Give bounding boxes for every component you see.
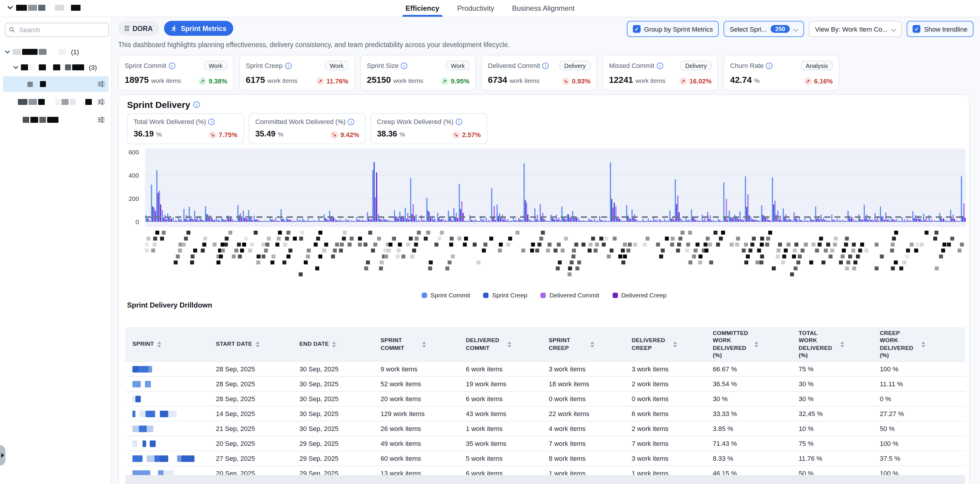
- chevron-down-icon[interactable]: [13, 65, 19, 70]
- info-icon[interactable]: i: [456, 118, 462, 125]
- cell-delivered-creep: 3 work items: [625, 365, 706, 373]
- redacted-block: [22, 49, 38, 55]
- group-by-sprint-metrics-checkbox[interactable]: ✓ Group by Sprint Metrics: [627, 21, 719, 37]
- kpi-card-row: Sprint CommitiWork18975work items↗9.38%S…: [118, 55, 839, 90]
- search-input[interactable]: [18, 25, 105, 34]
- redacted-block: [47, 117, 59, 123]
- sidebar-item[interactable]: (3): [0, 61, 111, 74]
- column-header-delivered-commit[interactable]: Delivered Commit: [459, 337, 542, 351]
- redacted-block: [61, 99, 68, 105]
- app-root: EfficiencyProductivityBusiness Alignment…: [0, 0, 980, 484]
- sidebar-item-count: (3): [89, 64, 97, 71]
- info-icon[interactable]: i: [542, 62, 549, 69]
- sidebar-item[interactable]: (1): [0, 45, 111, 59]
- sort-icon: [754, 341, 758, 347]
- org-selector[interactable]: [7, 5, 81, 11]
- redacted-block: [143, 440, 146, 447]
- filter-icon-wrap[interactable]: [97, 98, 105, 106]
- metric-delta: ↘2.57%: [452, 131, 481, 138]
- sprint-delivery-card: Sprint Delivery i Total Work Delivered (…: [118, 94, 970, 484]
- column-header-label: Start Date: [216, 341, 252, 348]
- column-header-sprint[interactable]: Sprint: [125, 341, 209, 348]
- sort-icon: [921, 341, 925, 347]
- select-sprints-dropdown[interactable]: Select Spri... 250: [724, 21, 804, 37]
- info-icon[interactable]: i: [169, 62, 175, 69]
- sprint-metrics-tab-button[interactable]: Sprint Metrics: [164, 21, 233, 36]
- sort-asc-arrow: [508, 341, 511, 344]
- info-icon[interactable]: i: [401, 62, 407, 69]
- cell-sprint-commit: 52 work items: [373, 380, 459, 387]
- sort-asc-arrow: [673, 341, 677, 344]
- redacted-block: [55, 5, 64, 11]
- cell-end: 30 Sep, 2025: [292, 380, 373, 387]
- legend-swatch: [483, 292, 488, 298]
- caret-right-icon: [1, 453, 4, 458]
- y-tick-label: 0: [121, 218, 139, 225]
- chevron-down-icon[interactable]: [5, 49, 10, 54]
- sort-desc-arrow: [158, 345, 161, 347]
- redacted-block: [70, 99, 76, 105]
- sprint-name-redaction: [132, 381, 209, 387]
- filter-icon-wrap[interactable]: [97, 116, 105, 124]
- info-icon[interactable]: i: [285, 62, 292, 69]
- column-header-total-work-delivered[interactable]: Total Work Delivered (%): [792, 330, 873, 359]
- table-row: 28 Sep, 202530 Sep, 20259 work items6 wo…: [125, 361, 965, 376]
- filter-sliders-icon[interactable]: [97, 98, 105, 106]
- metric-value: 38.36: [377, 129, 397, 138]
- metric-header: Creep Work Delivered (%)i: [377, 118, 481, 125]
- cell-sprint-creep: 7 work items: [542, 440, 625, 447]
- column-header-end-date[interactable]: End Date: [292, 341, 373, 348]
- cell-committed-pct: 8.33 %: [706, 455, 792, 462]
- redacted-block: [132, 381, 136, 387]
- info-icon[interactable]: i: [348, 118, 355, 125]
- sort-icon: [332, 341, 336, 347]
- redacted-block: [21, 64, 28, 70]
- column-header-sprint-creep[interactable]: Sprint Creep: [542, 337, 625, 351]
- column-header-start-date[interactable]: Start Date: [209, 341, 292, 348]
- sidebar-item[interactable]: [0, 95, 111, 108]
- show-trendline-checkbox[interactable]: ✓ Show trendline: [907, 21, 974, 37]
- filter-icon-wrap[interactable]: [97, 80, 105, 88]
- info-icon[interactable]: i: [208, 118, 215, 125]
- metric-value: 36.19: [134, 129, 154, 138]
- cell-start: 28 Sep, 2025: [209, 365, 292, 373]
- sidebar-item[interactable]: [0, 76, 111, 92]
- filter-sliders-icon[interactable]: [97, 80, 105, 88]
- column-header-delivered-creep[interactable]: Delivered Creep: [625, 337, 706, 351]
- column-header-sprint-commit[interactable]: Sprint Commit: [373, 337, 459, 351]
- tab-productivity[interactable]: Productivity: [456, 0, 495, 17]
- info-icon[interactable]: i: [766, 62, 773, 69]
- sidebar-item[interactable]: [0, 113, 111, 126]
- table-row: 28 Sep, 202530 Sep, 202520 work items6 w…: [125, 391, 965, 406]
- cell-start: 21 Sep, 2025: [209, 425, 292, 432]
- metric-title: Total Work Delivered (%): [134, 118, 206, 125]
- view-by-dropdown[interactable]: View By: Work Item Co...: [809, 21, 902, 37]
- trend-down-arrow-icon: ↘: [209, 131, 216, 138]
- sidebar-collapse-handle[interactable]: [0, 445, 5, 465]
- info-icon[interactable]: i: [657, 62, 663, 69]
- redacted-block: [38, 99, 45, 105]
- cell-sprint-creep: 22 work items: [542, 410, 625, 417]
- redacted-block: [39, 117, 46, 123]
- kpi-unit: work items: [510, 77, 539, 84]
- info-icon[interactable]: i: [193, 102, 200, 108]
- cell-sprint-name-redacted: [125, 425, 209, 432]
- drilldown-title: Sprint Delivery Drilldown: [127, 301, 212, 309]
- legend-label: Delivered Creep: [621, 292, 667, 298]
- tab-efficiency[interactable]: Efficiency: [404, 0, 441, 17]
- cell-committed-pct: 3.85 %: [706, 425, 792, 432]
- filter-sliders-icon[interactable]: [97, 116, 105, 124]
- legend-label: Delivered Commit: [549, 292, 599, 298]
- cell-sprint-name-redacted: [125, 410, 209, 417]
- metric-value-row: 35.49%↘9.42%: [255, 129, 359, 138]
- group-by-label: Group by Sprint Metrics: [644, 25, 713, 32]
- column-header-creep-work-delivered[interactable]: Creep Work Delivered (%): [873, 330, 965, 359]
- dora-tab-button[interactable]: DORA DORA: [118, 21, 159, 36]
- search-box[interactable]: [5, 23, 109, 37]
- redacted-block: [145, 381, 151, 387]
- kpi-value-row: 12241work items↗16.02%: [609, 75, 711, 85]
- column-header-committed-work-delivered[interactable]: Committed Work Delivered (%): [706, 330, 792, 359]
- main-area: DORA DORA Sprint Metrics ✓ Group by Spri…: [111, 17, 980, 484]
- table-header-row: SprintStart DateEnd DateSprint CommitDel…: [125, 327, 965, 361]
- tab-business-alignment[interactable]: Business Alignment: [511, 0, 576, 17]
